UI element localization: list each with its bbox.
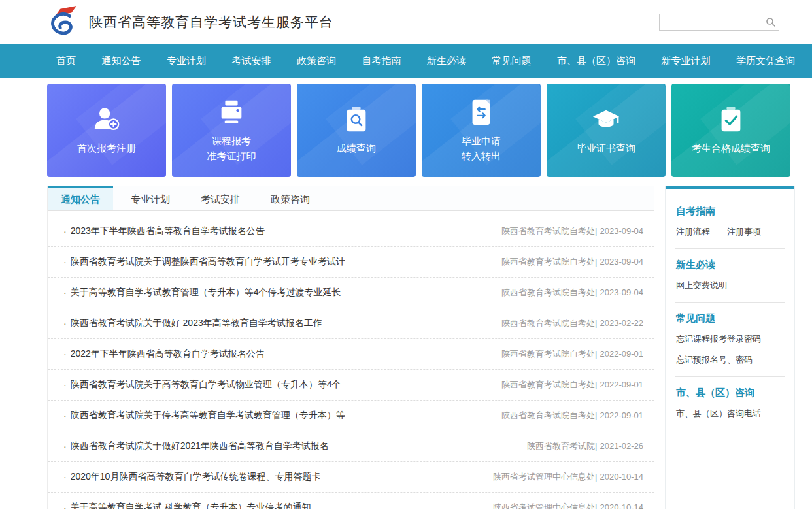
tab-notices[interactable]: 通知公告 [48,186,113,210]
sidebar-section-city-county: 市、县（区）咨询 市、县（区）咨询电话 [666,377,794,430]
notice-meta: 陕西省教育考试院|2021-02-26 [519,440,643,452]
notice-row[interactable]: · 陕西省教育考试院关于停考高等教育自学考试教育管理（专升本）等 陕西省教育考试… [48,401,654,431]
tab-exam-schedule[interactable]: 考试安排 [188,186,253,210]
tab-policy-consult[interactable]: 政策咨询 [258,186,323,210]
nav-item-home[interactable]: 首页 [56,55,76,67]
clipboard-check-icon [716,105,746,135]
notice-row[interactable]: · 关于高等教育自学考试教育管理（专升本）等4个停考过渡专业延长 陕西省教育考试… [48,278,654,308]
notice-title: 陕西省教育考试院关于做好 2023年高等教育自学考试报名工作 [71,318,322,329]
notice-title: 陕西省教育考试院关于调整陕西省高等教育自学考试开考专业考试计 [71,256,345,268]
notice-meta: 陕西省教育考试院自考处|2023-09-04 [494,225,643,237]
sidebar-heading-freshman: 新生必读 [676,259,784,271]
sidebar-link-forgot-prereg-number[interactable]: 忘记预报名号、密码 [676,354,784,366]
search-button[interactable] [762,14,779,30]
brand[interactable]: 陕西省高等教育自学考试考生服务平台 [47,5,333,39]
nav-item-diploma-query[interactable]: 学历文凭查询 [736,55,795,67]
search-input[interactable] [660,14,762,29]
search-icon [766,17,776,27]
notice-title: 2020年10月陕西省高等教育自学考试传统卷课程、专用答题卡 [71,471,321,483]
user-plus-icon [92,105,122,135]
notice-date: 2021-02-26 [600,441,644,451]
notice-title: 关于高等教育自学考试 科学教育（专升本）专业停考的通知 [71,502,311,509]
bullet: · [63,472,67,482]
notice-date: 2023-09-04 [600,287,644,297]
bullet: · [63,318,67,329]
card-label: 首次报考注册 [77,140,136,156]
nav-item-freshman-must-read[interactable]: 新生必读 [427,55,466,67]
notice-title: 陕西省教育考试院关于做好2021年陕西省高等教育自学考试报名 [71,440,329,452]
notice-date: 2022-09-01 [600,349,644,359]
notice-row[interactable]: · 关于高等教育自学考试 科学教育（专升本）专业停考的通知 陕西省考试管理中心信… [48,493,654,509]
notice-meta: 陕西省考试管理中心信息处|2020-10-14 [485,471,643,483]
notice-source: 陕西省考试管理中心信息处| [493,472,597,482]
notice-date: 2023-09-04 [600,226,644,236]
sidebar-link-registration-process[interactable]: 注册流程 [676,226,710,238]
bullet: · [63,441,67,452]
sidebar-section-freshman: 新生必读 网上交费说明 [666,249,794,302]
transfer-document-icon [466,97,496,127]
bullet: · [63,502,67,509]
card-qualified-scores-query[interactable]: 考生合格成绩查询 [671,84,790,177]
notice-panel: 通知公告 专业计划 考试安排 政策咨询 · 2023年下半年陕西省高等教育自学考… [47,186,654,509]
notice-row[interactable]: · 陕西省教育考试院关于做好 2023年高等教育自学考试报名工作 陕西省教育考试… [48,308,654,339]
nav-item-city-county-consult[interactable]: 市、县（区）咨询 [557,55,635,67]
notice-source: 陕西省教育考试院| [527,441,597,451]
clipboard-search-icon [341,105,371,135]
notice-list: · 2023年下半年陕西省高等教育自学考试报名公告 陕西省教育考试院自考处|20… [48,211,654,509]
sidebar-link-consult-phone[interactable]: 市、县（区）咨询电话 [676,408,784,419]
site-header: 陕西省高等教育自学考试考生服务平台 [0,0,812,44]
notice-meta: 陕西省教育考试院自考处|2023-02-22 [494,318,643,329]
search-bar [659,14,779,31]
notice-meta: 陕西省教育考试院自考处|2022-09-01 [494,348,643,360]
notice-meta: 陕西省考试管理中心信息处|2020-10-14 [485,502,643,509]
card-label: 毕业证书查询 [577,140,635,156]
sidebar-heading-guide: 自考指南 [676,205,784,218]
card-label: 课程报考准考证打印 [207,133,256,164]
notice-meta: 陕西省教育考试院自考处|2022-09-01 [494,410,643,421]
graduation-cap-icon [591,105,621,135]
sidebar-link-registration-notes[interactable]: 注册事项 [727,226,761,238]
sidebar-link-forgot-login-password[interactable]: 忘记课程报考登录密码 [676,333,784,345]
nav-item-self-exam-guide[interactable]: 自考指南 [362,55,401,67]
notice-meta: 陕西省教育考试院自考处|2022-09-01 [494,379,643,391]
notice-source: 陕西省教育考试院自考处| [501,349,597,359]
notice-date: 2020-10-14 [600,502,644,509]
card-label: 成绩查询 [337,140,376,156]
notice-row[interactable]: · 2022年下半年陕西省高等教育自学考试报名公告 陕西省教育考试院自考处|20… [48,339,654,370]
notice-tabs: 通知公告 专业计划 考试安排 政策咨询 [48,186,654,211]
nav-item-major-plans[interactable]: 专业计划 [167,55,206,67]
notice-date: 2020-10-14 [600,472,644,482]
nav-item-exam-schedule[interactable]: 考试安排 [232,55,271,67]
bullet: · [63,226,67,237]
notice-row[interactable]: · 陕西省教育考试院关于做好2021年陕西省高等教育自学考试报名 陕西省教育考试… [48,431,654,462]
bullet: · [63,287,67,298]
notice-source: 陕西省教育考试院自考处| [501,380,597,389]
card-course-register-print[interactable]: 课程报考准考证打印 [172,84,291,177]
notice-source: 陕西省教育考试院自考处| [501,410,597,420]
notice-date: 2022-09-01 [600,380,644,389]
card-score-query[interactable]: 成绩查询 [297,84,416,177]
sidebar-section-guide: 自考指南 注册流程 注册事项 [666,195,794,248]
bullet: · [63,410,67,421]
card-certificate-query[interactable]: 毕业证书查询 [547,84,666,177]
main-content: 通知公告 专业计划 考试安排 政策咨询 · 2023年下半年陕西省高等教育自学考… [47,186,812,509]
card-first-registration[interactable]: 首次报考注册 [47,84,166,177]
notice-row[interactable]: · 2020年10月陕西省高等教育自学考试传统卷课程、专用答题卡 陕西省考试管理… [48,462,654,493]
notice-date: 2022-09-01 [600,410,644,420]
nav-item-notices[interactable]: 通知公告 [102,55,141,67]
card-graduation-transfer[interactable]: 毕业申请转入转出 [422,84,541,177]
tab-major-plans[interactable]: 专业计划 [118,186,183,210]
notice-title: 陕西省教育考试院关于高等教育自学考试物业管理（专升本）等4个 [71,379,341,391]
nav-item-faq[interactable]: 常见问题 [492,55,532,67]
notice-row[interactable]: · 陕西省教育考试院关于调整陕西省高等教育自学考试开考专业考试计 陕西省教育考试… [48,247,654,278]
notice-row[interactable]: · 陕西省教育考试院关于高等教育自学考试物业管理（专升本）等4个 陕西省教育考试… [48,370,654,401]
notice-meta: 陕西省教育考试院自考处|2023-09-04 [494,287,643,299]
sidebar-heading-city-county: 市、县（区）咨询 [676,387,784,399]
sidebar-heading-faq: 常见问题 [676,312,784,325]
nav-item-policy-consult[interactable]: 政策咨询 [297,55,336,67]
notice-row[interactable]: · 2023年下半年陕西省高等教育自学考试报名公告 陕西省教育考试院自考处|20… [48,216,654,247]
notice-source: 陕西省教育考试院自考处| [501,257,597,267]
sidebar-link-online-payment[interactable]: 网上交费说明 [676,280,784,291]
nav-item-new-major-plans[interactable]: 新专业计划 [662,55,711,67]
notice-title: 陕西省教育考试院关于停考高等教育自学考试教育管理（专升本）等 [71,410,345,421]
